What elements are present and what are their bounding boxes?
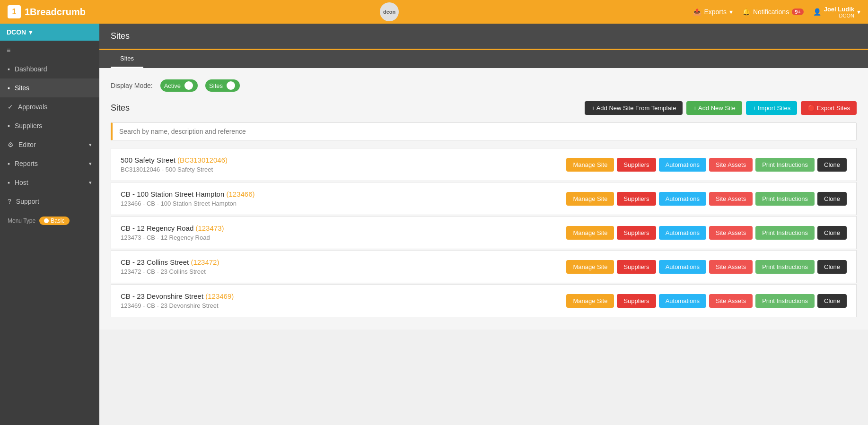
suppliers-button[interactable]: Suppliers: [617, 158, 656, 172]
site-info: CB - 100 Station Street Hampton (123466)…: [121, 190, 566, 207]
search-input[interactable]: [119, 128, 850, 135]
print-instructions-button[interactable]: Print Instructions: [755, 294, 815, 308]
menu-type-toggle[interactable]: Basic: [39, 217, 69, 225]
active-label: Active: [164, 82, 181, 89]
sidebar: DCON ▾ ≡ ▪ Dashboard ▪ Sites ✓ Approvals…: [0, 24, 99, 425]
content-area: Display Mode: Active Sites Sites + Add N…: [99, 68, 868, 330]
site-card: CB - 23 Devonshire Street (123469) 12346…: [111, 284, 857, 317]
sidebar-toggle[interactable]: ≡: [0, 41, 99, 60]
bell-icon: 🔔: [742, 8, 750, 16]
site-name: CB - 12 Regency Road (123473): [121, 224, 566, 232]
site-card: CB - 23 Collins Street (123472) 123472 -…: [111, 250, 857, 283]
search-bar: [111, 122, 857, 140]
dashboard-icon: ▪: [8, 65, 10, 73]
host-icon: ▪: [8, 179, 10, 186]
site-info: CB - 12 Regency Road (123473) 123473 - C…: [121, 224, 566, 241]
display-mode-row: Display Mode: Active Sites: [111, 79, 857, 92]
site-desc: 123469 - CB - 23 Devonshire Street: [121, 302, 566, 309]
site-ref: (123466): [226, 190, 254, 198]
site-actions: Manage Site Suppliers Automations Site A…: [566, 192, 847, 206]
automations-button[interactable]: Automations: [659, 158, 706, 172]
user-icon: 👤: [813, 8, 821, 16]
automations-button[interactable]: Automations: [659, 260, 706, 274]
automations-button[interactable]: Automations: [659, 294, 706, 308]
manage-site-button[interactable]: Manage Site: [566, 192, 614, 206]
clone-button[interactable]: Clone: [817, 294, 847, 308]
action-buttons: + Add New Site From Template + Add New S…: [585, 101, 857, 115]
notifications-button[interactable]: 🔔 Notifications 9+: [742, 8, 804, 16]
site-desc: 123473 - CB - 12 Regency Road: [121, 234, 566, 241]
print-instructions-button[interactable]: Print Instructions: [755, 192, 815, 206]
sidebar-item-reports[interactable]: ▪ Reports ▾: [0, 154, 99, 173]
sidebar-item-host[interactable]: ▪ Host ▾: [0, 173, 99, 192]
sidebar-item-suppliers[interactable]: ▪ Suppliers: [0, 116, 99, 135]
suppliers-icon: ▪: [8, 122, 10, 130]
print-instructions-button[interactable]: Print Instructions: [755, 260, 815, 274]
manage-site-button[interactable]: Manage Site: [566, 294, 614, 308]
site-desc: BC313012046 - 500 Safety Street: [121, 166, 566, 173]
sidebar-item-label: Support: [16, 198, 39, 205]
tab-sites[interactable]: Sites: [111, 50, 143, 68]
print-instructions-button[interactable]: Print Instructions: [755, 226, 815, 240]
add-from-template-button[interactable]: + Add New Site From Template: [585, 101, 683, 115]
site-ref: (123472): [191, 258, 219, 266]
exports-icon: 📤: [693, 8, 701, 16]
clone-button[interactable]: Clone: [817, 260, 847, 274]
site-list: 500 Safety Street (BC313012046) BC313012…: [111, 148, 857, 317]
sidebar-item-dashboard[interactable]: ▪ Dashboard: [0, 60, 99, 78]
site-assets-button[interactable]: Site Assets: [709, 294, 753, 308]
site-card: 500 Safety Street (BC313012046) BC313012…: [111, 148, 857, 181]
clone-button[interactable]: Clone: [817, 158, 847, 172]
site-card: CB - 12 Regency Road (123473) 123473 - C…: [111, 216, 857, 249]
org-label: DCON: [7, 28, 26, 36]
export-sites-button[interactable]: 🔴 Export Sites: [801, 101, 857, 115]
user-menu[interactable]: 👤 Joel Ludik DCON ▾: [813, 6, 860, 18]
chevron-down-icon: ▾: [89, 180, 92, 186]
print-instructions-button[interactable]: Print Instructions: [755, 158, 815, 172]
suppliers-button[interactable]: Suppliers: [617, 192, 656, 206]
page-title: Sites: [111, 31, 130, 41]
approvals-icon: ✓: [8, 103, 13, 111]
brand: 1 1Breadcrumb: [8, 5, 86, 18]
clone-button[interactable]: Clone: [817, 192, 847, 206]
active-toggle[interactable]: Active: [160, 79, 198, 92]
exports-button[interactable]: 📤 Exports ▾: [693, 8, 732, 16]
sidebar-item-editor[interactable]: ⚙ Editor ▾: [0, 135, 99, 154]
site-assets-button[interactable]: Site Assets: [709, 158, 753, 172]
menu-type-value: Basic: [51, 217, 64, 224]
sidebar-item-support[interactable]: ? Support: [0, 192, 99, 211]
suppliers-button[interactable]: Suppliers: [617, 226, 656, 240]
site-actions: Manage Site Suppliers Automations Site A…: [566, 158, 847, 172]
menu-type-label: Menu Type: [8, 217, 35, 224]
sidebar-item-approvals[interactable]: ✓ Approvals: [0, 97, 99, 116]
org-avatar: dcon: [380, 2, 399, 21]
clone-button[interactable]: Clone: [817, 226, 847, 240]
add-new-site-button[interactable]: + Add New Site: [686, 101, 742, 115]
suppliers-button[interactable]: Suppliers: [617, 294, 656, 308]
page-header: Sites: [99, 24, 868, 50]
site-assets-button[interactable]: Site Assets: [709, 226, 753, 240]
site-name: CB - 23 Collins Street (123472): [121, 258, 566, 266]
display-mode-label: Display Mode:: [111, 82, 153, 89]
sites-toggle[interactable]: Sites: [205, 79, 240, 92]
sidebar-org-button[interactable]: DCON ▾: [0, 24, 99, 41]
sidebar-item-label: Approvals: [18, 103, 47, 111]
page-tabs: Sites: [99, 50, 868, 68]
brand-logo: 1: [8, 5, 21, 18]
sidebar-item-label: Reports: [15, 160, 38, 167]
site-assets-button[interactable]: Site Assets: [709, 192, 753, 206]
site-assets-button[interactable]: Site Assets: [709, 260, 753, 274]
manage-site-button[interactable]: Manage Site: [566, 260, 614, 274]
reports-icon: ▪: [8, 160, 10, 167]
automations-button[interactable]: Automations: [659, 226, 706, 240]
editor-icon: ⚙: [8, 141, 14, 148]
automations-button[interactable]: Automations: [659, 192, 706, 206]
site-desc: 123466 - CB - 100 Station Street Hampton: [121, 200, 566, 207]
manage-site-button[interactable]: Manage Site: [566, 158, 614, 172]
manage-site-button[interactable]: Manage Site: [566, 226, 614, 240]
sidebar-item-sites[interactable]: ▪ Sites: [0, 78, 99, 97]
suppliers-button[interactable]: Suppliers: [617, 260, 656, 274]
import-sites-button[interactable]: + Import Sites: [746, 101, 798, 115]
top-nav: 1 1Breadcrumb dcon 📤 Exports ▾ 🔔 Notific…: [0, 0, 868, 24]
site-actions: Manage Site Suppliers Automations Site A…: [566, 226, 847, 240]
